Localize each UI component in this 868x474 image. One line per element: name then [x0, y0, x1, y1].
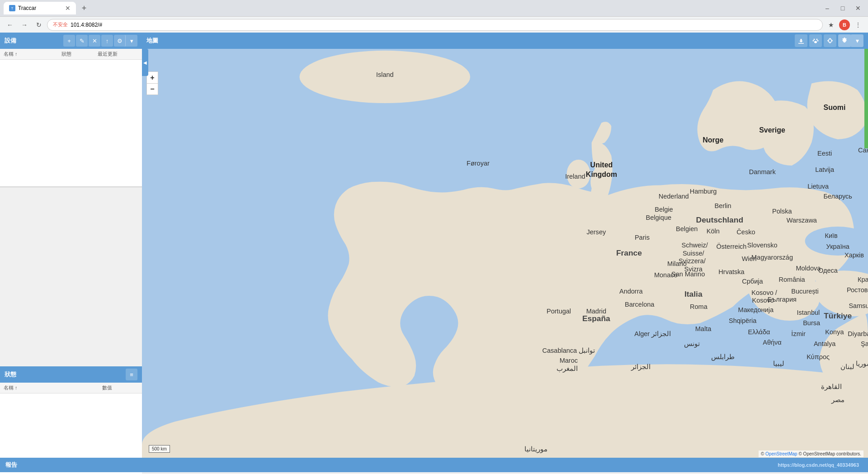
label-eesti: Eesti: [817, 150, 832, 157]
label-dz: الجزائر: [631, 363, 651, 371]
label-al: Shqipëria: [729, 317, 757, 324]
map-canvas[interactable]: Island Føroyar Ireland United Kingdom Je…: [142, 49, 868, 460]
upload-device-btn[interactable]: ↑: [101, 35, 113, 47]
map-zoom-controls: + −: [146, 71, 158, 95]
svg-point-2: [816, 39, 818, 40]
label-rostov: Ростов-на-Дону: [847, 286, 868, 294]
label-de: Deutschland: [696, 215, 743, 224]
label-barcelona: Barcelona: [625, 301, 655, 308]
zoom-out-btn[interactable]: −: [146, 83, 158, 95]
map-right-buttons: ▾: [795, 34, 863, 47]
label-pt: Portugal: [547, 308, 571, 315]
label-alger: Alger الجزائر: [634, 331, 671, 338]
panel-collapse-handle[interactable]: ◀: [142, 49, 148, 76]
map-svg: Island Føroyar Ireland United Kingdom Je…: [142, 49, 868, 460]
col-name-header: 名稱 ↑: [4, 51, 61, 57]
bookmark-star-btn[interactable]: ★: [825, 19, 837, 31]
svg-point-4: [817, 40, 819, 42]
map-target-btn[interactable]: [824, 34, 836, 47]
map-title: 地圖: [146, 37, 158, 45]
label-ua: Україна: [826, 243, 850, 250]
label-pl: Polska: [772, 208, 792, 215]
menu-btn[interactable]: ⋮: [852, 19, 864, 31]
label-island: Island: [376, 71, 394, 78]
label-md: Moldova: [796, 265, 821, 272]
back-btn[interactable]: ←: [4, 19, 16, 31]
add-device-btn[interactable]: +: [63, 35, 75, 47]
label-mr: موريتانيا: [524, 446, 547, 453]
label-rs: Србија: [742, 278, 763, 285]
status-title: 狀態: [5, 370, 16, 379]
label-ly: ليبيا: [773, 360, 784, 367]
profile-btn[interactable]: B: [839, 19, 850, 30]
svg-point-1: [814, 39, 815, 40]
label-istanbul: Istanbul: [797, 309, 820, 316]
label-samsun: Samsun: [849, 302, 868, 309]
label-krasnodar: Краснодар: [858, 276, 868, 283]
label-tunis: تونس: [684, 340, 700, 348]
label-waw: Warszawa: [787, 217, 817, 224]
minimize-btn[interactable]: –: [821, 2, 834, 14]
edit-device-btn[interactable]: ✎: [76, 35, 88, 47]
label-uk2: Kingdom: [586, 171, 617, 178]
active-tab[interactable]: T Traccar ✕: [4, 2, 76, 14]
label-bursa: Bursa: [803, 319, 821, 327]
label-suomi: Suomi: [824, 104, 846, 111]
device-settings-group: ⚙ ▾: [114, 35, 137, 47]
status-col-value-header: 數值: [102, 384, 138, 391]
label-ro: România: [779, 276, 806, 283]
svg-rect-0: [798, 43, 804, 44]
label-foroyar: Føroyar: [467, 160, 490, 167]
status-table-header: 名稱 ↑ 數值: [0, 383, 142, 393]
refresh-btn[interactable]: ↻: [33, 19, 45, 31]
col-updated-header: 最近更新: [98, 51, 138, 57]
label-milan: Milano: [667, 260, 687, 267]
delete-device-btn[interactable]: ✕: [89, 35, 100, 47]
label-mk: Македонија: [738, 306, 774, 313]
close-window-btn[interactable]: ✕: [852, 2, 864, 14]
status-header: 狀態 ≡: [0, 366, 142, 383]
label-gr: Ελλάδα: [748, 328, 770, 336]
device-settings-btn[interactable]: ⚙: [114, 35, 126, 47]
map-header: 地圖 ▾: [142, 33, 868, 49]
status-menu-btn[interactable]: ≡: [126, 369, 137, 380]
device-settings-dropdown-btn[interactable]: ▾: [126, 35, 137, 47]
label-sanliurfa: Şanlıurfa: [861, 340, 868, 347]
label-bucharest: București: [791, 288, 819, 295]
devices-title: 設備: [5, 37, 16, 45]
label-be2: Belgique: [646, 214, 672, 221]
label-ma2: المغرب: [557, 365, 578, 373]
label-paris: Paris: [635, 234, 650, 241]
label-mc: Monaco: [654, 271, 678, 279]
scale-label: 500 km: [149, 445, 170, 453]
label-berlin: Berlin: [715, 202, 731, 209]
map-download-btn[interactable]: [795, 34, 807, 47]
label-egypt: مصر: [831, 396, 844, 404]
svg-point-3: [813, 40, 814, 42]
label-by: Беларусь: [823, 193, 852, 200]
label-jersey: Jersey: [586, 228, 606, 236]
attribution-text: © OpenStreetMap contributors.: [798, 451, 861, 456]
status-col-name-header: 名稱 ↑: [4, 384, 102, 391]
map-settings-group: ▾: [838, 34, 863, 47]
forward-btn[interactable]: →: [18, 19, 31, 31]
new-tab-button[interactable]: +: [78, 2, 90, 14]
map-paw-btn[interactable]: [809, 34, 822, 47]
maximize-btn[interactable]: □: [836, 2, 849, 14]
tab-favicon: T: [9, 5, 15, 11]
tab-close-btn[interactable]: ✕: [65, 5, 71, 12]
label-ch2: Suisse/: [683, 250, 705, 257]
label-lb: لبنان: [840, 363, 854, 370]
label-malta: Malta: [695, 325, 712, 332]
map-settings-btn[interactable]: [838, 34, 851, 47]
label-sy: سوريا: [856, 360, 868, 368]
browser-controls: ← → ↻ 不安全 101.4:8082/# ★ B ⋮: [0, 16, 868, 33]
tab-bar: T Traccar ✕ + – □ ✕: [0, 0, 868, 16]
map-status-indicator: [864, 94, 868, 148]
osm-link[interactable]: OpenStreetMap: [765, 451, 797, 456]
label-casablanca: Casablanca توانبل: [542, 347, 595, 355]
map-container: 地圖 ▾: [142, 33, 868, 460]
label-belgien: Belgien: [676, 225, 698, 232]
map-settings-dropdown-btn[interactable]: ▾: [851, 34, 863, 47]
address-bar[interactable]: 不安全 101.4:8082/#: [47, 19, 823, 31]
